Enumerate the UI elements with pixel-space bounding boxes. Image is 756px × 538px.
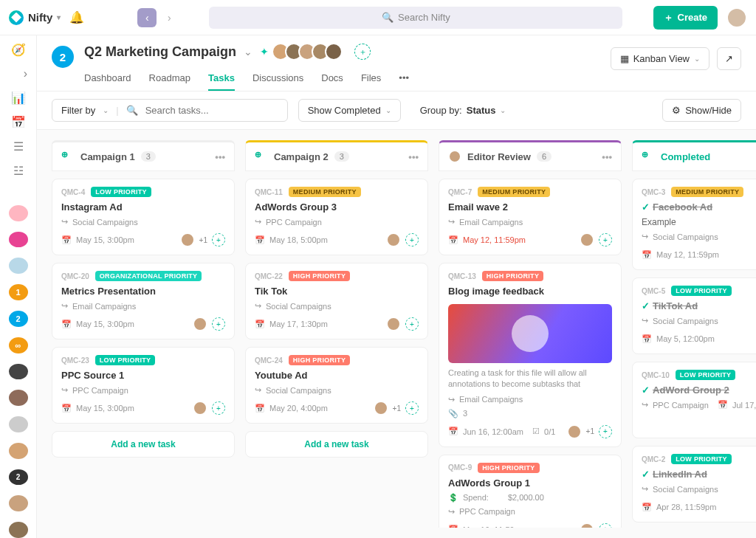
add-task-button[interactable]: Add a new task bbox=[245, 431, 428, 458]
rail-user-5[interactable] bbox=[9, 522, 28, 538]
task-category: ↪Social Campaigns bbox=[255, 301, 419, 311]
tab-tasks[interactable]: Tasks bbox=[208, 66, 235, 91]
assignee-avatar[interactable] bbox=[193, 401, 207, 415]
calendar-icon: 📅 bbox=[448, 525, 458, 528]
rail-user-3[interactable] bbox=[9, 443, 28, 459]
column-menu-icon[interactable]: ••• bbox=[215, 151, 225, 162]
task-card[interactable]: QMC-24HIGH PRIORITYYoutube Ad↪Social Cam… bbox=[245, 347, 428, 424]
task-description: Creating a task for this file will allow… bbox=[448, 368, 612, 390]
tab-discussions[interactable]: Discussions bbox=[252, 66, 303, 91]
add-people-icon[interactable]: ⊕ bbox=[61, 150, 75, 163]
task-card[interactable]: QMC-7MEDIUM PRIORITYEmail wave 2↪Email C… bbox=[439, 179, 622, 255]
column-header[interactable]: ⊕Campaign 13••• bbox=[52, 140, 235, 171]
rail-workspace-1[interactable]: 1 bbox=[9, 284, 28, 300]
rail-workspace-dark[interactable] bbox=[9, 364, 28, 380]
compass-icon[interactable]: 🧭 bbox=[10, 43, 27, 57]
more-assignees[interactable]: +1 bbox=[199, 236, 207, 244]
rail-workspace-pink[interactable] bbox=[9, 205, 28, 221]
project-icon[interactable]: 2 bbox=[52, 46, 74, 68]
checklist-icon[interactable]: ☳ bbox=[10, 164, 27, 178]
column-header[interactable]: Editor Review6••• bbox=[439, 140, 622, 171]
add-assignee-button[interactable]: + bbox=[405, 233, 419, 246]
filter-by-label[interactable]: Filter by bbox=[61, 105, 95, 116]
add-member-button[interactable]: ＋ bbox=[354, 44, 371, 60]
task-card[interactable]: QMC-13HIGH PRIORITYBlog image feedbackCr… bbox=[439, 263, 622, 447]
create-button[interactable]: ＋ Create bbox=[653, 6, 718, 30]
task-card[interactable]: QMC-5LOW PRIORITY✓TikTok Ad↪Social Campa… bbox=[632, 277, 756, 354]
assignee-avatar[interactable] bbox=[580, 232, 594, 247]
column-menu-icon[interactable]: ••• bbox=[408, 151, 419, 162]
task-card[interactable]: QMC-23LOW PRIORITYPPC Source 1↪PPC Campa… bbox=[52, 347, 235, 424]
sparkle-icon[interactable]: ✦ bbox=[260, 46, 269, 58]
task-card[interactable]: QMC-9HIGH PRIORITYAdWords Group 1💲Spend:… bbox=[439, 455, 622, 528]
tab-docs[interactable]: Docs bbox=[321, 66, 343, 91]
member-stack[interactable] bbox=[276, 43, 343, 61]
calendar-icon[interactable]: 📅 bbox=[10, 115, 27, 129]
task-card[interactable]: QMC-11MEDIUM PRIORITYAdWords Group 3↪PPC… bbox=[245, 179, 428, 255]
assignee-avatar[interactable] bbox=[193, 317, 207, 331]
add-assignee-button[interactable]: + bbox=[212, 317, 225, 331]
show-completed-toggle[interactable]: Show Completed ⌄ bbox=[298, 99, 401, 122]
expand-icon[interactable]: › bbox=[18, 67, 34, 80]
add-assignee-button[interactable]: + bbox=[212, 233, 225, 246]
task-title: Tik Tok bbox=[255, 286, 419, 297]
add-task-button[interactable]: Add a new task bbox=[52, 431, 235, 458]
rail-user-2[interactable] bbox=[9, 416, 28, 432]
assignee-avatar[interactable] bbox=[374, 401, 388, 415]
nav-back-button[interactable]: ‹ bbox=[137, 8, 157, 27]
add-people-icon[interactable]: ⊕ bbox=[642, 150, 655, 163]
tab-dashboard[interactable]: Dashboard bbox=[84, 66, 131, 91]
chevron-down-icon[interactable]: ⌄ bbox=[244, 46, 252, 58]
chart-icon[interactable]: 📊 bbox=[10, 91, 27, 105]
rail-workspace-light[interactable] bbox=[9, 258, 28, 274]
assignee-avatar[interactable] bbox=[386, 232, 401, 247]
app-logo-area[interactable]: Nifty ▾ bbox=[9, 10, 61, 25]
chevron-down-icon[interactable]: ⌄ bbox=[103, 106, 109, 114]
add-people-icon[interactable]: ⊕ bbox=[255, 150, 268, 163]
user-avatar[interactable] bbox=[726, 7, 747, 28]
tab-files[interactable]: Files bbox=[361, 66, 381, 91]
rail-workspace-2[interactable]: 2 bbox=[9, 311, 28, 327]
show-hide-button[interactable]: ⚙ Show/Hide bbox=[662, 99, 741, 122]
task-card[interactable]: QMC-22HIGH PRIORITYTik Tok↪Social Campai… bbox=[245, 263, 428, 339]
assignee-avatar[interactable] bbox=[580, 523, 594, 528]
share-button[interactable]: ↗ bbox=[717, 47, 741, 70]
view-selector[interactable]: ▦ Kanban View ⌄ bbox=[611, 47, 709, 70]
task-date: 📅May 12, 11:59pm bbox=[448, 235, 526, 245]
tab-roadmap[interactable]: Roadmap bbox=[149, 66, 190, 91]
add-assignee-button[interactable]: + bbox=[405, 317, 419, 331]
rail-workspace-link[interactable]: ∞ bbox=[9, 337, 28, 354]
global-search[interactable]: 🔍 Search Nifty bbox=[209, 7, 622, 29]
task-card[interactable]: QMC-4LOW PRIORITYInstagram Ad↪Social Cam… bbox=[52, 179, 235, 255]
add-assignee-button[interactable]: + bbox=[599, 523, 612, 528]
more-assignees[interactable]: +1 bbox=[586, 427, 594, 435]
group-by-selector[interactable]: Group by: Status ⌄ bbox=[411, 100, 515, 121]
more-assignees[interactable]: +1 bbox=[393, 404, 401, 413]
rail-workspace-magenta[interactable] bbox=[9, 232, 28, 248]
image-preview bbox=[448, 304, 612, 363]
tab-more-icon[interactable]: ••• bbox=[399, 66, 409, 91]
bell-icon[interactable]: 🔔 bbox=[69, 10, 84, 24]
add-assignee-button[interactable]: + bbox=[599, 425, 612, 438]
task-date: 📅Jun 16, 12:00am ☑ 0/1 bbox=[448, 427, 555, 436]
assignee-avatar[interactable] bbox=[567, 424, 582, 439]
search-tasks-input[interactable] bbox=[145, 105, 278, 116]
task-card[interactable]: QMC-20ORGANIZATIONAL PRIORITYMetrics Pre… bbox=[52, 263, 235, 339]
assignee-avatar[interactable] bbox=[180, 232, 195, 247]
rail-badge-2[interactable]: 2 bbox=[9, 469, 28, 486]
task-card[interactable]: QMC-2LOW PRIORITY✓LinkedIn Ad↪Social Cam… bbox=[632, 446, 756, 523]
add-assignee-button[interactable]: + bbox=[599, 233, 612, 246]
column-header[interactable]: ⊕Completed••• bbox=[632, 140, 756, 171]
column-header[interactable]: ⊕Campaign 23••• bbox=[245, 140, 428, 171]
list-icon[interactable]: ☰ bbox=[10, 139, 27, 154]
add-assignee-button[interactable]: + bbox=[212, 401, 225, 415]
assignee-avatar[interactable] bbox=[386, 317, 401, 331]
task-title: PPC Source 1 bbox=[61, 370, 225, 381]
task-card[interactable]: QMC-3MEDIUM PRIORITY✓Facebook AdExample↪… bbox=[632, 179, 756, 270]
column-menu-icon[interactable]: ••• bbox=[602, 151, 612, 162]
add-assignee-button[interactable]: + bbox=[405, 401, 419, 415]
nav-forward-button[interactable]: › bbox=[159, 8, 179, 27]
task-card[interactable]: QMC-10LOW PRIORITY✓AdWord Group 2↪PPC Ca… bbox=[632, 362, 756, 438]
rail-user-1[interactable] bbox=[9, 390, 28, 406]
rail-user-4[interactable] bbox=[9, 495, 28, 511]
